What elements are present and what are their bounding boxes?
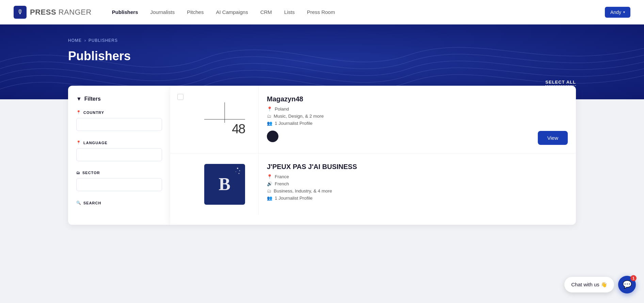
select-all-button[interactable]: SELECT ALL: [545, 80, 576, 86]
publisher-sectors: Music, Design, & 2 more: [274, 114, 324, 119]
journalist-avatar: [267, 131, 278, 142]
publisher-sectors-row: 🗂 Business, Industry, & 4 more: [267, 188, 527, 193]
publisher-logo-area: 48: [191, 86, 259, 153]
location-meta-icon: 📍: [267, 106, 272, 112]
publisher-info: Magazyn48 📍 Poland 🗂 Music, Design, & 2 …: [259, 86, 535, 153]
logo-number: 48: [232, 122, 245, 136]
publisher-country: Poland: [275, 106, 289, 112]
publisher-journalist-count: 1 Journalist Profile: [275, 196, 312, 201]
publisher-name: Magazyn48: [267, 95, 527, 103]
location-icon: 📍: [76, 110, 81, 115]
card-checkbox-area: [170, 86, 191, 153]
svg-point-2: [236, 171, 236, 172]
journalist-meta-icon: 👥: [267, 196, 272, 201]
filters-heading: ▼ Filters: [76, 96, 162, 102]
nav-ai-campaigns[interactable]: AI Campaigns: [216, 9, 248, 15]
country-filter-section: 📍 COUNTRY: [76, 110, 162, 131]
publisher-sectors: Business, Industry, & 4 more: [274, 188, 332, 193]
magazyn48-logo: 48: [204, 102, 245, 136]
publishers-list: 48 Magazyn48 📍 Poland 🗂 Music, Design, &…: [170, 86, 576, 225]
svg-point-3: [238, 173, 239, 174]
breadcrumb: HOME › PUBLISHERS: [68, 38, 576, 43]
publisher-card: B J'PEUX PAS J'AI BUSINESS 📍 France: [170, 153, 576, 215]
language-filter-input[interactable]: [76, 148, 162, 161]
chat-button[interactable]: 💬 1: [618, 276, 636, 293]
publisher-meta: 📍 France 🔊 French 🗂 Business, Industry, …: [267, 174, 527, 201]
navbar: 🎙 PRESS RANGER Publishers Journalists Pi…: [0, 0, 644, 24]
publisher-card: 48 Magazyn48 📍 Poland 🗂 Music, Design, &…: [170, 86, 576, 153]
jpeux-logo: B: [204, 164, 245, 205]
sector-meta-icon: 🗂: [267, 114, 271, 119]
logo-text: PRESS RANGER: [30, 8, 92, 17]
language-filter-section: 📍 LANGUAGE: [76, 140, 162, 161]
search-filter-section: 🔍 SEARCH: [76, 201, 162, 205]
publisher-card-action: View: [535, 86, 576, 153]
chevron-down-icon: ▾: [623, 10, 625, 14]
breadcrumb-separator: ›: [84, 38, 86, 43]
country-filter-input[interactable]: [76, 118, 162, 131]
user-menu-button[interactable]: Andy ▾: [605, 7, 630, 18]
publisher-checkbox[interactable]: [177, 94, 183, 100]
search-filter-label: 🔍 SEARCH: [76, 201, 162, 205]
publisher-journalists-row: 👥 1 Journalist Profile: [267, 196, 527, 201]
publisher-meta: 📍 Poland 🗂 Music, Design, & 2 more 👥 1 J…: [267, 106, 527, 126]
nav-publishers[interactable]: Publishers: [112, 9, 138, 15]
publisher-journalists-row: 👥 1 Journalist Profile: [267, 121, 527, 126]
view-publisher-button[interactable]: View: [538, 131, 568, 145]
svg-point-1: [239, 170, 240, 171]
publisher-country-row: 📍 Poland: [267, 106, 527, 112]
publisher-country: France: [275, 174, 289, 179]
chat-widget: Chat with us 👋 💬 1: [564, 276, 636, 293]
svg-point-0: [237, 168, 238, 169]
publisher-country-row: 📍 France: [267, 174, 527, 179]
chat-bubble: Chat with us 👋: [564, 277, 614, 292]
sector-filter-label: 🗂 SECTOR: [76, 171, 162, 175]
jpeux-logo-letter: B: [219, 174, 230, 194]
publisher-logo-area: B: [191, 153, 259, 215]
publisher-name: J'PEUX PAS J'AI BUSINESS: [267, 163, 527, 171]
nav-lists[interactable]: Lists: [284, 9, 295, 15]
filter-icon: ▼: [76, 96, 82, 102]
language-icon: 📍: [76, 140, 81, 145]
search-icon: 🔍: [76, 201, 81, 205]
sector-meta-icon: 🗂: [267, 188, 271, 193]
logo-line-v: [224, 102, 225, 123]
nav-journalists[interactable]: Journalists: [150, 9, 175, 15]
publisher-journalist-count: 1 Journalist Profile: [275, 121, 312, 126]
card-checkbox-area: [170, 153, 191, 215]
sector-filter-input[interactable]: [76, 178, 162, 191]
page-title: Publishers: [68, 49, 576, 63]
publisher-info: J'PEUX PAS J'AI BUSINESS 📍 France 🔊 Fren…: [259, 153, 535, 215]
nav-crm[interactable]: CRM: [260, 9, 272, 15]
logo[interactable]: 🎙 PRESS RANGER: [14, 6, 92, 19]
jpeux-logo-sparkles: [234, 167, 241, 177]
sector-icon: 🗂: [76, 171, 80, 175]
chat-badge: 1: [630, 275, 637, 281]
language-meta-icon: 🔊: [267, 181, 272, 186]
journalist-meta-icon: 👥: [267, 121, 272, 126]
publisher-sectors-row: 🗂 Music, Design, & 2 more: [267, 114, 527, 119]
language-filter-label: 📍 LANGUAGE: [76, 140, 162, 145]
publisher-card-action: [535, 153, 576, 215]
main-content: ▼ Filters 📍 COUNTRY 📍 LANGUAGE 🗂 SECTOR: [0, 86, 644, 225]
publisher-language: French: [275, 181, 289, 186]
publisher-language-row: 🔊 French: [267, 181, 527, 186]
sector-filter-section: 🗂 SECTOR: [76, 171, 162, 191]
logo-icon: 🎙: [14, 6, 27, 19]
chat-icon: 💬: [623, 280, 632, 289]
breadcrumb-home[interactable]: HOME: [68, 38, 82, 43]
breadcrumb-current: PUBLISHERS: [88, 38, 118, 43]
nav-press-room[interactable]: Press Room: [307, 9, 335, 15]
sidebar-filters: ▼ Filters 📍 COUNTRY 📍 LANGUAGE 🗂 SECTOR: [68, 86, 170, 225]
nav-pitches[interactable]: Pitches: [187, 9, 204, 15]
location-meta-icon: 📍: [267, 174, 272, 179]
nav-links: Publishers Journalists Pitches AI Campai…: [112, 9, 605, 15]
country-filter-label: 📍 COUNTRY: [76, 110, 162, 115]
